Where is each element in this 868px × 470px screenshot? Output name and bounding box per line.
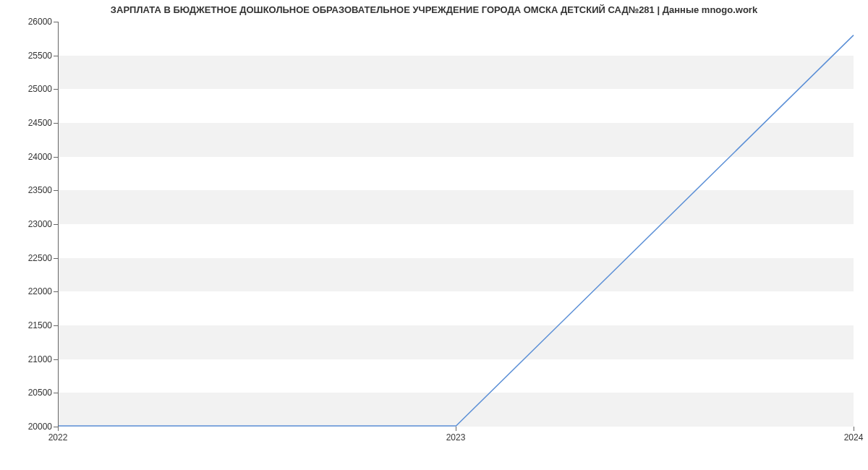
y-tick-label: 24500 bbox=[0, 118, 52, 128]
x-tick-mark bbox=[456, 427, 456, 431]
y-tick-label: 20000 bbox=[0, 422, 52, 432]
chart-container: ЗАРПЛАТА В БЮДЖЕТНОЕ ДОШКОЛЬНОЕ ОБРАЗОВА… bbox=[0, 0, 868, 470]
y-tick-mark bbox=[54, 291, 58, 292]
plot-area bbox=[58, 22, 854, 427]
y-tick-label: 25500 bbox=[0, 51, 52, 61]
y-tick-mark bbox=[54, 393, 58, 393]
x-tick-mark bbox=[58, 427, 59, 431]
x-tick-label: 2023 bbox=[446, 432, 466, 443]
y-tick-mark bbox=[54, 258, 58, 259]
y-tick-label: 23000 bbox=[0, 219, 52, 229]
line-series bbox=[59, 22, 854, 426]
chart-title: ЗАРПЛАТА В БЮДЖЕТНОЕ ДОШКОЛЬНОЕ ОБРАЗОВА… bbox=[0, 4, 868, 15]
y-tick-mark bbox=[54, 359, 58, 360]
y-tick-mark bbox=[54, 224, 58, 225]
y-tick-mark bbox=[54, 190, 58, 191]
y-tick-label: 24000 bbox=[0, 152, 52, 162]
y-tick-label: 22500 bbox=[0, 253, 52, 263]
x-tick-label: 2024 bbox=[844, 432, 864, 443]
series-line bbox=[59, 35, 854, 426]
y-tick-label: 23500 bbox=[0, 185, 52, 195]
y-tick-label: 22000 bbox=[0, 286, 52, 296]
y-tick-mark bbox=[54, 157, 58, 158]
x-tick-label: 2022 bbox=[48, 432, 68, 443]
y-tick-mark bbox=[54, 325, 58, 326]
x-tick-mark bbox=[854, 427, 854, 431]
y-tick-label: 25000 bbox=[0, 84, 52, 94]
y-tick-mark bbox=[54, 89, 58, 90]
y-tick-label: 21500 bbox=[0, 320, 52, 330]
y-tick-mark bbox=[54, 56, 58, 56]
y-tick-label: 20500 bbox=[0, 388, 52, 398]
y-tick-label: 26000 bbox=[0, 17, 52, 27]
y-tick-mark bbox=[54, 123, 58, 124]
y-tick-mark bbox=[54, 22, 58, 22]
y-tick-label: 21000 bbox=[0, 354, 52, 364]
